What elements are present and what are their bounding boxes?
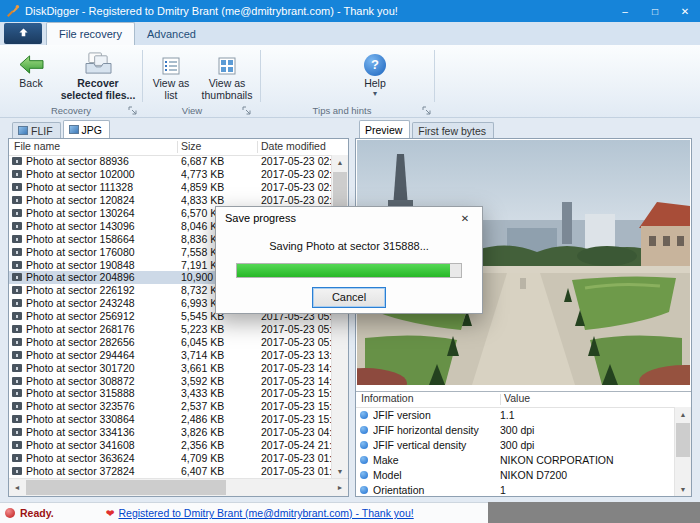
tab-first-few-bytes[interactable]: First few bytes bbox=[412, 122, 494, 138]
registration-link[interactable]: Registered to Dmitry Brant (me@dmitrybra… bbox=[118, 507, 413, 519]
info-vertical-scrollbar[interactable]: ▲ ▼ bbox=[674, 407, 691, 496]
info-row[interactable]: Orientation1 bbox=[356, 482, 675, 496]
file-row[interactable]: Photo at sector 3416082,356 KB2017-05-24… bbox=[9, 439, 332, 452]
tab-preview[interactable]: Preview bbox=[359, 120, 410, 138]
tab-jpg[interactable]: JPG bbox=[63, 120, 110, 138]
photo-file-icon bbox=[12, 389, 22, 397]
info-row[interactable]: MakeNIKON CORPORATION bbox=[356, 452, 675, 467]
dialog-close-icon[interactable]: ✕ bbox=[448, 207, 482, 230]
tab-advanced[interactable]: Advanced bbox=[135, 23, 208, 45]
file-size-cell: 6,045 KB bbox=[181, 336, 261, 348]
column-header-file-name[interactable]: File name bbox=[14, 140, 60, 152]
back-button[interactable]: Back bbox=[8, 48, 54, 106]
cancel-button[interactable]: Cancel bbox=[312, 287, 386, 308]
info-value-cell: 1.1 bbox=[500, 409, 675, 421]
file-row[interactable]: Photo at sector 3235762,537 KB2017-05-23… bbox=[9, 400, 332, 413]
window-title: DiskDigger - Registered to Dmitry Brant … bbox=[25, 5, 398, 17]
info-row[interactable]: ModelNIKON D7200 bbox=[356, 467, 675, 482]
close-button[interactable]: ✕ bbox=[670, 0, 700, 22]
column-separator[interactable] bbox=[257, 141, 258, 153]
tab-file-recovery[interactable]: File recovery bbox=[46, 22, 135, 45]
photo-file-icon bbox=[12, 209, 22, 217]
info-value-cell: 300 dpi bbox=[500, 424, 675, 436]
help-button[interactable]: ? Help ▾ bbox=[352, 48, 398, 106]
column-header-value[interactable]: Value bbox=[504, 392, 530, 404]
photo-file-icon bbox=[12, 299, 22, 307]
ribbon: Back Recover selected files... View as l… bbox=[0, 45, 700, 118]
file-name-cell: Photo at sector 301720 bbox=[26, 362, 181, 374]
scroll-down-arrow[interactable]: ▼ bbox=[332, 464, 348, 479]
column-separator[interactable] bbox=[177, 141, 178, 153]
file-name-cell: Photo at sector 226192 bbox=[26, 284, 181, 296]
column-header-information[interactable]: Information bbox=[361, 392, 414, 404]
view-as-thumbnails-button[interactable]: View as thumbnails bbox=[198, 48, 256, 106]
info-name-cell: Orientation bbox=[373, 484, 500, 496]
file-row[interactable]: Photo at sector 3636244,709 KB2017-05-23… bbox=[9, 451, 332, 464]
chevron-down-icon: ▾ bbox=[352, 90, 398, 98]
file-row[interactable]: Photo at sector 3308642,486 KB2017-05-23… bbox=[9, 413, 332, 426]
file-row[interactable]: Photo at sector 889366,687 KB2017-05-23 … bbox=[9, 155, 332, 168]
file-name-cell: Photo at sector 330864 bbox=[26, 413, 181, 425]
file-name-cell: Photo at sector 323576 bbox=[26, 400, 181, 412]
file-row[interactable]: Photo at sector 2944643,714 KB2017-05-23… bbox=[9, 348, 332, 361]
file-row[interactable]: Photo at sector 1020004,773 KB2017-05-23… bbox=[9, 168, 332, 181]
status-ready-icon bbox=[5, 508, 15, 518]
column-separator[interactable] bbox=[500, 394, 501, 405]
recovery-dialog-launcher-icon[interactable] bbox=[128, 105, 138, 115]
photo-file-icon bbox=[12, 312, 22, 320]
scroll-left-arrow[interactable]: ◄ bbox=[9, 479, 25, 496]
info-row[interactable]: JFIF vertical density300 dpi bbox=[356, 437, 675, 452]
desktop-fragment bbox=[488, 502, 700, 523]
scroll-up-arrow[interactable]: ▲ bbox=[675, 407, 691, 421]
photo-file-icon bbox=[12, 273, 22, 281]
column-header-size[interactable]: Size bbox=[181, 140, 201, 152]
file-date-cell: 2017-05-23 05:56:11 bbox=[261, 336, 332, 348]
maximize-button[interactable]: □ bbox=[640, 0, 670, 22]
photo-file-icon bbox=[12, 364, 22, 372]
file-row[interactable]: Photo at sector 1208244,833 KB2017-05-23… bbox=[9, 194, 332, 207]
file-row[interactable]: Photo at sector 3728246,407 KB2017-05-23… bbox=[9, 464, 332, 477]
file-row[interactable]: Photo at sector 3088723,592 KB2017-05-23… bbox=[9, 374, 332, 387]
recover-files-icon bbox=[58, 48, 138, 76]
file-row[interactable]: Photo at sector 3341363,826 KB2017-05-23… bbox=[9, 426, 332, 439]
file-size-cell: 3,433 KB bbox=[181, 387, 261, 399]
file-list-horizontal-scrollbar[interactable]: ◄ ► bbox=[9, 478, 348, 496]
info-list-body: JFIF version1.1JFIF horizontal density30… bbox=[356, 407, 675, 496]
app-menu-button[interactable] bbox=[4, 23, 42, 44]
file-row[interactable]: Photo at sector 3158883,433 KB2017-05-23… bbox=[9, 387, 332, 400]
info-value-cell: NIKON CORPORATION bbox=[500, 454, 675, 466]
photo-file-icon bbox=[12, 286, 22, 294]
photo-file-icon bbox=[12, 248, 22, 256]
file-type-tabs: FLIF JPG bbox=[12, 121, 112, 138]
recover-selected-files-button[interactable]: Recover selected files... bbox=[58, 48, 138, 106]
tips-dialog-launcher-icon[interactable] bbox=[422, 105, 432, 115]
file-name-cell: Photo at sector 363624 bbox=[26, 452, 181, 464]
scroll-down-arrow[interactable]: ▼ bbox=[675, 482, 691, 496]
tab-flif[interactable]: FLIF bbox=[12, 122, 61, 138]
scrollbar-thumb[interactable] bbox=[676, 423, 690, 457]
photo-file-icon bbox=[12, 183, 22, 191]
info-row[interactable]: JFIF version1.1 bbox=[356, 407, 675, 422]
file-size-cell: 4,773 KB bbox=[181, 168, 261, 180]
scrollbar-thumb[interactable] bbox=[26, 480, 226, 495]
file-row[interactable]: Photo at sector 2826566,045 KB2017-05-23… bbox=[9, 335, 332, 348]
info-row[interactable]: JFIF horizontal density300 dpi bbox=[356, 422, 675, 437]
scroll-up-arrow[interactable]: ▲ bbox=[332, 155, 348, 170]
column-header-date-modified[interactable]: Date modified bbox=[261, 140, 326, 152]
info-value-cell: NIKON D7200 bbox=[500, 469, 675, 481]
info-table-header: Information Value bbox=[356, 392, 691, 408]
view-as-list-button[interactable]: View as list bbox=[148, 48, 194, 106]
info-name-cell: JFIF vertical density bbox=[373, 439, 500, 451]
scroll-right-arrow[interactable]: ► bbox=[332, 479, 348, 496]
file-row[interactable]: Photo at sector 3017203,661 KB2017-05-23… bbox=[9, 361, 332, 374]
file-row[interactable]: Photo at sector 1113284,859 KB2017-05-23… bbox=[9, 181, 332, 194]
file-list-vertical-scrollbar[interactable]: ▲ ▼ bbox=[331, 155, 348, 479]
photo-file-icon bbox=[12, 467, 22, 475]
file-date-cell: 2017-05-23 01:43:40 bbox=[261, 452, 332, 464]
file-row[interactable]: Photo at sector 2681765,223 KB2017-05-23… bbox=[9, 323, 332, 336]
view-dialog-launcher-icon[interactable] bbox=[242, 105, 252, 115]
progress-bar bbox=[236, 263, 462, 278]
photo-file-icon bbox=[12, 170, 22, 178]
minimize-button[interactable]: – bbox=[610, 0, 640, 22]
group-label-tips: Tips and hints bbox=[262, 105, 422, 116]
